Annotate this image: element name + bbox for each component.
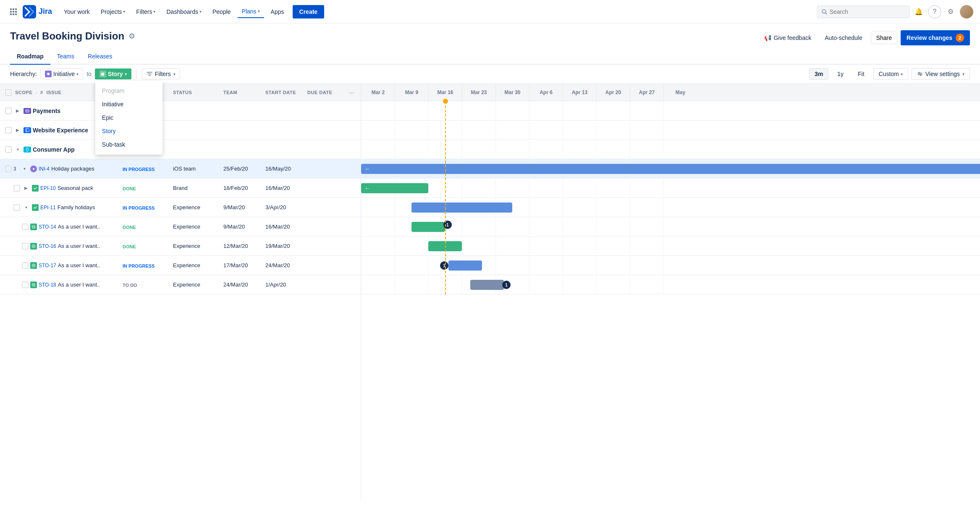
logo[interactable]: Jira [23, 5, 52, 18]
row-payments[interactable]: ▶ Payments [0, 101, 361, 121]
sto16-status: DONE [123, 244, 136, 249]
sto18-id[interactable]: STO-18 [39, 282, 56, 288]
website-icon [24, 127, 31, 133]
dropdown-item-program[interactable]: Program [95, 84, 162, 97]
epi-icon [32, 185, 39, 192]
settings-gear-icon[interactable]: ⚙ [128, 32, 135, 41]
hierarchy-from-select[interactable]: Initiative ▾ [40, 68, 83, 79]
gantt-row-sto18[interactable]: 1 [361, 275, 980, 295]
view-settings-button[interactable]: View settings ▾ [912, 68, 970, 80]
row-consumer[interactable]: ▾ Consumer App [0, 140, 361, 159]
bar-epi11[interactable] [411, 203, 512, 213]
row-sto18[interactable]: STO-18 As a user I want.. TO DO Experien… [0, 275, 361, 295]
ini4-id[interactable]: INI-4 [39, 166, 50, 172]
epi10-id[interactable]: EPI-10 [40, 185, 56, 191]
sto14-id[interactable]: STO-14 [39, 224, 56, 230]
hierarchy-to-select[interactable]: ▣ Story ▾ Program Initiative Epic Story … [95, 68, 131, 79]
checkbox[interactable] [5, 127, 12, 134]
sto16-start: 12/Mar/20 [218, 243, 260, 249]
checkbox[interactable] [22, 262, 29, 269]
time-1y-button[interactable]: 1y [832, 68, 849, 80]
dropdown-item-epic[interactable]: Epic [95, 111, 162, 124]
svg-rect-13 [917, 73, 922, 74]
row-epi11[interactable]: ▾ EPI-11 Family holidays IN PROGRESS Exp… [0, 198, 361, 217]
review-changes-button[interactable]: Review changes 2 [901, 30, 970, 45]
feedback-button[interactable]: 📢 Give feedback [759, 32, 817, 44]
today-marker [443, 99, 448, 104]
expand-btn[interactable]: ▶ [13, 126, 22, 134]
gantt-row-ini4[interactable]: ← [361, 159, 980, 179]
search-box[interactable] [817, 5, 909, 18]
checkbox[interactable] [22, 281, 29, 288]
row-sto14[interactable]: STO-14 As a user I want.. DONE Experienc… [0, 217, 361, 237]
collapse-btn[interactable]: ▾ [22, 203, 30, 212]
badge-sto18: 1 [502, 281, 511, 289]
create-button[interactable]: Create [293, 5, 325, 18]
checkbox[interactable] [5, 146, 12, 153]
tab-roadmap[interactable]: Roadmap [10, 49, 50, 65]
epi11-id[interactable]: EPI-11 [40, 205, 56, 210]
sto17-due: 24/Mar/20 [260, 262, 302, 268]
checkbox[interactable] [22, 243, 29, 250]
share-button[interactable]: Share [871, 32, 897, 44]
nav-projects[interactable]: Projects ▾ [97, 6, 130, 18]
row-website[interactable]: ▶ Website Experience [0, 121, 361, 140]
logo-text: Jira [39, 7, 52, 16]
autoschedule-button[interactable]: Auto-schedule [820, 32, 867, 44]
expand-btn[interactable]: ▶ [22, 184, 30, 192]
nav-filters[interactable]: Filters ▾ [132, 6, 160, 18]
nav-dashboards[interactable]: Dashboards ▾ [162, 6, 206, 18]
fit-button[interactable]: Fit [852, 68, 870, 80]
gantt-row-epi11[interactable] [361, 198, 980, 217]
tab-releases[interactable]: Releases [81, 49, 119, 64]
scope-label: SCOPE [15, 90, 32, 95]
time-3m-button[interactable]: 3m [809, 68, 828, 80]
filters-button[interactable]: Filters ▾ [142, 68, 180, 79]
bar-sto18[interactable] [470, 280, 504, 290]
expand-btn[interactable]: ▶ [13, 107, 22, 115]
nav-your-work[interactable]: Your work [60, 6, 94, 18]
app-grid-icon[interactable] [7, 5, 20, 18]
row-sto16[interactable]: STO-16 As a user I want.. DONE Experienc… [0, 237, 361, 256]
checkbox[interactable] [13, 185, 20, 192]
bar-sto14[interactable] [411, 222, 445, 232]
checkbox[interactable] [5, 108, 12, 114]
nav-apps[interactable]: Apps [267, 6, 288, 18]
dropdown-item-subtask[interactable]: Sub-task [95, 138, 162, 151]
sto18-due: 1/Apr/20 [260, 281, 302, 288]
svg-rect-3 [10, 11, 12, 13]
row-ini4[interactable]: 3 ▾ INI-4 Holiday packages IN PROGRESS i… [0, 159, 361, 179]
nav-people[interactable]: People [208, 6, 235, 18]
more-actions-header[interactable]: ··· [344, 89, 359, 96]
expand-btn[interactable]: ▾ [20, 165, 29, 173]
gantt-row-sto14[interactable]: 1 [361, 217, 980, 237]
svg-rect-2 [15, 8, 17, 10]
dropdown-item-initiative[interactable]: Initiative [95, 97, 162, 111]
collapse-btn[interactable]: ▾ [13, 145, 22, 154]
status-col-header: Status [168, 90, 218, 95]
sto16-id[interactable]: STO-16 [39, 243, 56, 249]
gantt-row-sto17[interactable]: 1 [361, 256, 980, 275]
checkbox[interactable] [5, 166, 12, 172]
row-sto17[interactable]: STO-17 As a user I want.. IN PROGRESS Ex… [0, 256, 361, 275]
settings-icon[interactable]: ⚙ [944, 5, 957, 18]
help-icon[interactable]: ? [928, 5, 941, 18]
tab-teams[interactable]: Teams [50, 49, 81, 64]
nav-plans[interactable]: Plans ▾ [238, 5, 264, 18]
header-checkbox[interactable] [5, 89, 12, 96]
sto17-id[interactable]: STO-17 [39, 263, 56, 268]
checkbox[interactable] [22, 224, 29, 230]
checkbox[interactable] [13, 204, 20, 211]
bar-epi10[interactable]: ← [361, 183, 428, 193]
row-epi10[interactable]: ▶ EPI-10 Seasonal pack DONE Brand 18/Feb… [0, 179, 361, 198]
gantt-row-sto16[interactable] [361, 237, 980, 256]
avatar[interactable] [960, 5, 973, 18]
bar-sto17[interactable] [448, 260, 482, 271]
dropdown-item-story[interactable]: Story [95, 124, 162, 138]
bar-ini4[interactable]: ← [361, 164, 980, 174]
search-input[interactable] [830, 8, 905, 15]
bar-sto16[interactable] [428, 241, 462, 251]
custom-button[interactable]: Custom ▾ [873, 68, 908, 80]
notifications-icon[interactable]: 🔔 [912, 5, 925, 18]
gantt-row-epi10[interactable]: ← [361, 179, 980, 198]
